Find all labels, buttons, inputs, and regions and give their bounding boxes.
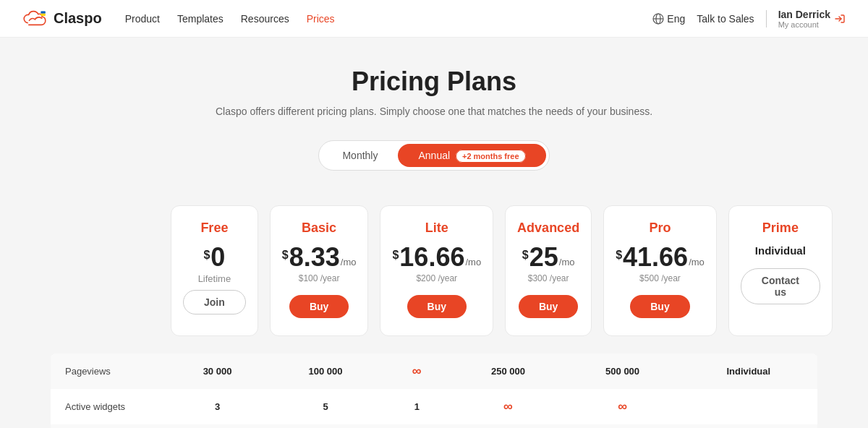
nav-links: Product Templates Resources Prices [125,13,653,25]
plan-price-lite: $ 16.66 /mo [392,244,481,270]
left-spacer [51,200,166,342]
page-subtitle: Claspo offers different pricing plans. S… [51,106,817,117]
plan-btn-lite[interactable]: Buy [407,295,467,318]
talk-to-sales-link[interactable]: Talk to Sales [697,13,754,25]
plan-price-advanced: $ 25 /mo [522,244,575,270]
logo-icon [23,10,49,27]
lang-label: Eng [667,13,685,25]
prime-individual-label: Individual [755,244,806,257]
feature-row: Pageviews30 000100 000∞250 000500 000Ind… [51,354,817,389]
plan-name-free: Free [200,221,228,236]
plan-sublabel-free: Lifetime [198,273,231,284]
features-table: Pageviews30 000100 000∞250 000500 000Ind… [51,354,817,428]
feature-cell: 30 000 [166,354,268,389]
feature-cell: 5 [268,389,383,424]
feature-cell: 250 000 [451,354,565,389]
plan-btn-free[interactable]: Join [183,290,246,314]
plan-sublabel-advanced: $300 /year [528,273,569,283]
feature-cell: 3 [166,389,268,424]
feature-row: Sites1115∞ [51,424,817,428]
feature-value: 1 [414,401,420,412]
infinity-symbol: ∞ [412,364,422,378]
plan-card-basic: Basic $ 8.33 /mo $100 /year Buy [270,205,369,336]
svg-rect-1 [41,13,45,15]
nav-divider [766,10,767,27]
plan-card-pro: Pro $ 41.66 /mo $500 /year Buy [603,205,717,336]
feature-cell: 500 000 [566,354,680,389]
feature-cell: 1 [383,424,451,428]
plan-price-pro: $ 41.66 /mo [616,244,705,270]
annual-toggle[interactable]: Annual +2 months free [398,144,545,167]
annual-badge: +2 months free [456,150,526,163]
features-table-wrapper: Pageviews30 000100 000∞250 000500 000Ind… [51,354,817,428]
plan-card-advanced: Advanced $ 25 /mo $300 /year Buy [505,205,592,336]
feature-value: 500 000 [605,366,639,377]
plan-name-pro: Pro [649,221,671,236]
feature-value: 250 000 [491,366,525,377]
feature-cell: 1 [268,424,383,428]
plan-btn-prime[interactable]: Contact us [741,268,820,304]
monthly-toggle[interactable]: Monthly [322,144,398,167]
plan-name-lite: Lite [425,221,448,236]
language-selector[interactable]: Eng [652,13,685,25]
feature-cell [680,424,817,428]
plan-price-free: $ 0 [203,244,225,270]
feature-cell: ∞ [566,389,680,424]
plan-card-free: Free $ 0 Lifetime Join [171,205,258,336]
feature-value: 3 [215,401,220,412]
feature-value: 30 000 [203,366,232,377]
cards-row: Free $ 0 Lifetime Join Basic $ 8.33 /mo [166,200,837,342]
globe-icon [652,13,664,25]
feature-cell: Individual [680,354,817,389]
plan-sublabel-pro: $500 /year [639,273,681,283]
nav-templates[interactable]: Templates [177,13,224,25]
svg-rect-0 [41,11,45,13]
plan-price-basic: $ 8.33 /mo [282,244,357,270]
plan-name-advanced: Advanced [517,221,579,236]
feature-cell: ∞ [383,354,451,389]
page-title: Pricing Plans [51,67,817,97]
feature-cell: ∞ [566,424,680,428]
plan-sublabel-basic: $100 /year [299,273,340,283]
user-menu[interactable]: Ian Derrick My account [778,9,845,29]
my-account-label: My account [778,20,830,29]
nav-resources[interactable]: Resources [241,13,289,25]
plan-btn-advanced[interactable]: Buy [519,295,578,318]
logo-text: Claspo [54,10,102,27]
plan-btn-pro[interactable]: Buy [630,295,689,318]
plan-btn-basic[interactable]: Buy [289,295,349,318]
cards-section: Free $ 0 Lifetime Join Basic $ 8.33 /mo [51,200,817,342]
feature-cell: ∞ [451,389,565,424]
user-name: Ian Derrick [778,9,830,20]
feature-cell: 5 [451,424,565,428]
plan-card-prime: Prime Individual Contact us [728,205,833,336]
user-details: Ian Derrick My account [778,9,830,29]
feature-value: 5 [323,401,328,412]
billing-toggle: Monthly Annual +2 months free [51,140,817,171]
toggle-container: Monthly Annual +2 months free [318,140,549,171]
feature-value: 100 000 [309,366,343,377]
plan-sublabel-lite: $200 /year [416,273,457,283]
plan-card-lite: Lite $ 16.66 /mo $200 /year Buy [380,205,493,336]
feature-cell: 100 000 [268,354,383,389]
feature-label: Active widgets [51,389,166,424]
plan-name-basic: Basic [302,221,336,236]
plan-name-prime: Prime [762,221,799,236]
feature-value: Individual [726,366,770,377]
infinity-symbol: ∞ [503,399,513,414]
infinity-symbol: ∞ [618,399,627,414]
navbar: Claspo Product Templates Resources Price… [0,0,868,38]
feature-label: Pageviews [51,354,166,389]
logout-icon [835,14,845,24]
nav-product[interactable]: Product [125,13,160,25]
feature-cell: 1 [166,424,268,428]
main-content: Pricing Plans Claspo offers different pr… [36,38,832,428]
logo[interactable]: Claspo [23,10,102,27]
nav-prices[interactable]: Prices [307,13,335,25]
feature-cell: 1 [383,389,451,424]
nav-right: Eng Talk to Sales Ian Derrick My account [652,9,845,29]
feature-row: Active widgets351∞∞ [51,389,817,424]
feature-label: Sites [51,424,166,428]
feature-cell [680,389,817,424]
